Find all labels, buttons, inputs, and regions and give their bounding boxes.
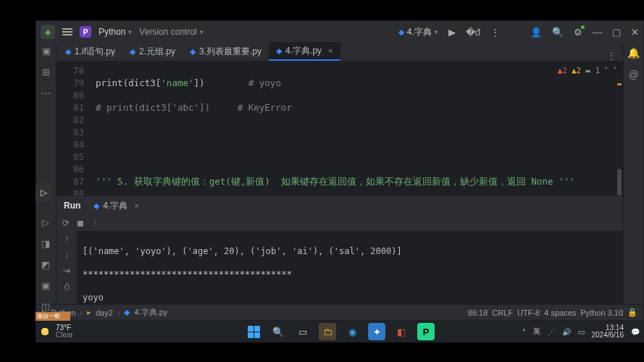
maximize-button[interactable]: ▢ — [612, 27, 621, 38]
code-content[interactable]: print(dict3['name']) # yoyo # print(dict… — [91, 62, 623, 195]
scroll-down-icon[interactable]: ↓ — [64, 250, 69, 260]
condition: Clear — [56, 332, 73, 339]
scrollbar-thumb[interactable] — [617, 169, 622, 195]
system-tray: ˄ 英 ⋰ 🔊 ▭ 13:142024/6/16 💬 — [522, 324, 645, 339]
code-with-me-icon[interactable]: 👤 — [530, 27, 542, 38]
tray-chevron-icon[interactable]: ˄ — [522, 328, 526, 336]
wifi-icon[interactable]: ⋰ — [548, 328, 555, 336]
pycharm[interactable]: P — [417, 323, 435, 340]
services-icon[interactable]: ◩ — [41, 259, 50, 270]
project-name-label: Python — [99, 27, 125, 37]
main-menu-button[interactable] — [62, 28, 72, 35]
scroll-up-icon[interactable]: ↑ — [64, 234, 69, 244]
soft-wrap-icon[interactable]: ⇥ — [63, 266, 70, 276]
indent-config[interactable]: 4 spaces — [544, 308, 576, 317]
output-line: **************************************** — [83, 269, 617, 280]
inspection-nav-down[interactable]: ˅ — [613, 64, 617, 77]
minimize-button[interactable]: — — [593, 27, 602, 38]
project-tool-icon[interactable]: ▣ — [42, 46, 51, 56]
print-icon[interactable]: ⎙ — [64, 282, 70, 292]
ide-window: ◆ P Python▾ Version control▾ ◆4.字典▾ ▶ �đ… — [35, 20, 644, 321]
line-separator[interactable]: CRLF — [492, 308, 513, 317]
battery-icon[interactable]: ▭ — [578, 328, 585, 336]
editor-tab[interactable]: ◆3.列表最重要.py — [183, 42, 269, 61]
interpreter[interactable]: Python 3.10 — [580, 308, 623, 317]
chevron-down-icon: ▾ — [128, 28, 132, 35]
python-icon: ◆ — [398, 28, 404, 37]
ai-assistant-icon[interactable]: @ — [628, 69, 638, 80]
output-line: yoyo — [83, 292, 617, 303]
ime-indicator[interactable]: 英 — [533, 327, 540, 337]
powerpoint[interactable]: ◧ — [393, 323, 410, 340]
version-control-menu[interactable]: Version control▾ — [139, 27, 203, 37]
debug-button[interactable]: �đ — [466, 27, 480, 38]
editor-tab[interactable]: ◆1.if语句.py — [58, 42, 122, 61]
project-badge: P — [80, 26, 91, 38]
run-toolwindow: Run ◆4.字典× ⟳ ◼ ⋮ ↑ ↓ ⇥ ⎙ [('name', 'yoyo… — [57, 195, 623, 304]
code-editor[interactable]: 787980818283848586878889 print(dict3['na… — [57, 62, 623, 195]
tab-label: 1.if语句.py — [75, 46, 115, 58]
file-explorer[interactable]: 🗀 — [319, 323, 336, 340]
chevron-down-icon: ▾ — [435, 28, 438, 35]
run-config-selector[interactable]: ◆4.字典▾ — [398, 26, 438, 38]
error-stripe-mark[interactable] — [617, 83, 622, 85]
start-button[interactable] — [245, 323, 262, 340]
inspection-nav-up[interactable]: ˄ — [604, 64, 609, 77]
weather-widget[interactable]: 73°FClear — [35, 324, 73, 339]
run-more-button[interactable]: ⋮ — [91, 219, 99, 228]
structure-tool-icon[interactable]: ⊞ — [42, 67, 50, 77]
breadcrumb[interactable]: day2 — [96, 308, 113, 317]
caret-position[interactable]: 86:18 — [468, 308, 488, 317]
volume-icon[interactable]: 🔊 — [562, 328, 571, 336]
run-config-tab[interactable]: ◆4.字典× — [88, 196, 144, 215]
file-encoding[interactable]: UTF-8 — [517, 308, 540, 317]
taskbar-search[interactable]: 🔍 — [269, 323, 287, 340]
console-output[interactable]: [('name', 'yoyo'), ('age', 20), ('job', … — [77, 231, 623, 304]
stop-button[interactable]: ◼ — [77, 218, 84, 228]
tab-label: 3.列表最重要.py — [199, 46, 262, 58]
close-tab-icon[interactable]: × — [131, 201, 138, 210]
more-tools-icon[interactable]: ⋯ — [41, 88, 51, 98]
settings-icon[interactable]: ⚙ — [574, 27, 582, 38]
video-play-overlay[interactable]: ▷ — [35, 183, 51, 202]
problems-icon[interactable]: ◫ — [41, 301, 50, 312]
clock[interactable]: 13:142024/6/16 — [592, 324, 624, 339]
notification-center-icon[interactable]: 💬 — [631, 328, 640, 336]
run-tabs: Run ◆4.字典× — [57, 196, 623, 215]
close-tab-icon[interactable]: × — [325, 46, 333, 55]
run-config-label: 4.字典 — [407, 26, 432, 38]
inspections-widget[interactable]: ▲2 ▲2 ▬ 1 ˄ ˅ — [558, 64, 617, 77]
tabs-more-icon[interactable]: ⋮ — [600, 51, 623, 61]
run-toolbar: ⟳ ◼ ⋮ — [57, 215, 623, 231]
error-count: ▲2 — [558, 64, 567, 77]
close-button[interactable]: ✕ — [631, 27, 639, 38]
breadcrumb[interactable]: 4.字典.py — [134, 307, 167, 318]
terminal-icon[interactable]: ▣ — [41, 280, 50, 291]
edge-browser[interactable]: ◉ — [343, 323, 361, 340]
python-icon: ◆ — [190, 47, 196, 56]
output-line: [('name', 'yoyo'), ('age', 20), ('job', … — [83, 245, 617, 257]
app-blue[interactable]: ✦ — [368, 323, 385, 340]
app-logo-icon: ◆ — [41, 25, 55, 39]
editor-tabs: ◆1.if语句.py ◆2.元组.py ◆3.列表最重要.py ◆4.字典.py… — [57, 43, 623, 62]
search-everywhere-icon[interactable]: 🔍 — [552, 27, 564, 38]
run-button[interactable]: ▶ — [448, 27, 456, 38]
run-title: Run — [57, 201, 88, 211]
editor-tab-active[interactable]: ◆4.字典.py× — [269, 42, 340, 61]
gutter: 787980818283848586878889 — [57, 62, 91, 195]
editor-tab[interactable]: ◆2.元组.py — [122, 42, 183, 61]
project-selector[interactable]: Python▾ — [99, 27, 132, 37]
python-icon: ◆ — [124, 308, 130, 317]
read-lock-icon[interactable]: 🔒 — [627, 308, 637, 317]
python-console-icon[interactable]: ◨ — [41, 238, 50, 249]
task-view[interactable]: ▭ — [294, 323, 311, 340]
rerun-button[interactable]: ⟳ — [62, 218, 70, 228]
more-actions-button[interactable]: ⋮ — [490, 27, 500, 38]
desktop-widget: 做自一般的... — [35, 312, 70, 321]
notifications-icon[interactable]: 🔔 — [627, 47, 640, 59]
warning-count: ▲2 — [572, 64, 581, 77]
editor-area: ◆1.if语句.py ◆2.元组.py ◆3.列表最重要.py ◆4.字典.py… — [57, 43, 623, 304]
run-tool-icon[interactable]: ▷ — [42, 217, 49, 228]
right-toolwindow-stripe: 🔔 @ — [623, 43, 643, 304]
tab-label: 2.元组.py — [139, 46, 175, 58]
